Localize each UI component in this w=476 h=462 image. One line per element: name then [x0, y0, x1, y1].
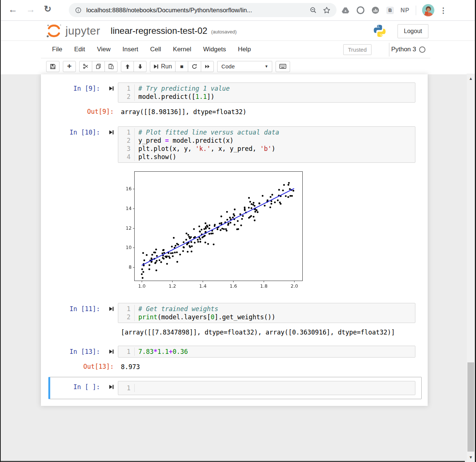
browser-window: ← → ↻ localhost:8888/notebooks/Documents…: [0, 0, 476, 462]
input-prompt: In [9]:: [73, 85, 100, 92]
scrollbar[interactable]: ▲ ▼: [467, 74, 475, 462]
output-text: array([[8.98136]], dtype=float32): [121, 108, 247, 116]
interrupt-kernel-button[interactable]: ■: [175, 61, 188, 72]
cell-type-select[interactable]: Code ▼: [217, 61, 272, 72]
reload-icon[interactable]: ↻: [44, 4, 51, 13]
run-cell-icon[interactable]: [109, 86, 114, 91]
notebook-title[interactable]: linear-regression-test-02: [111, 26, 208, 36]
code-editor[interactable]: 1# Try predicting 1 value2model.predict(…: [118, 83, 415, 103]
cell-input-area: 1# Try predicting 1 value2model.predict(…: [114, 83, 428, 103]
analytics-extension-icon[interactable]: [370, 6, 380, 14]
step-forward-icon: [154, 64, 158, 69]
cell-input-area: 17.83*1.1+0.36: [114, 346, 428, 358]
paste-icon: [108, 64, 114, 69]
arrow-up-icon: [125, 64, 130, 69]
cell-prompt-area: In [9]:: [41, 83, 114, 103]
cell-prompt-area: In [13]:: [41, 346, 114, 358]
code-cell[interactable]: In [9]:1# Try predicting 1 value2model.p…: [41, 83, 428, 103]
scrollbar-down-icon[interactable]: ▼: [467, 452, 475, 462]
kernel-name: Python 3: [391, 46, 416, 53]
matplotlib-figure: [123, 170, 309, 293]
output-text: [array([[7.8347898]], dtype=float32), ar…: [121, 328, 395, 336]
run-cell-icon[interactable]: [109, 306, 114, 311]
code-editor[interactable]: 1# Get trained weights2print(model.layer…: [118, 303, 415, 323]
url-text[interactable]: localhost:8888/notebooks/Documents/Pytho…: [86, 7, 304, 14]
run-cell-icon[interactable]: [109, 384, 114, 390]
drive-extension-icon[interactable]: [341, 7, 350, 14]
code-cell[interactable]: In [11]:1# Get trained weights2print(mod…: [41, 303, 428, 323]
line-number: 1: [118, 305, 135, 313]
fast-forward-icon: [205, 64, 210, 69]
code-line: 2y_pred = model.predict(x): [118, 136, 415, 145]
menu-file[interactable]: File: [46, 46, 68, 53]
move-cell-up-button[interactable]: [121, 61, 134, 72]
logout-button[interactable]: Logout: [398, 24, 428, 38]
move-cell-down-button[interactable]: [134, 61, 147, 72]
menu-help[interactable]: Help: [232, 46, 257, 53]
restart-kernel-button[interactable]: [188, 61, 201, 72]
scrollbar-thumb[interactable]: [467, 362, 474, 452]
cell-prompt-area: In [11]:: [41, 303, 114, 323]
window-border-left: [0, 0, 1, 462]
cut-cell-button[interactable]: [79, 61, 92, 72]
run-button[interactable]: Run: [150, 61, 176, 72]
scrollbar-up-icon[interactable]: ▲: [467, 74, 475, 83]
output-prompt: Out[9]:: [87, 108, 114, 115]
input-prompt: In [10]:: [70, 129, 100, 136]
restart-run-all-button[interactable]: [201, 61, 214, 72]
input-prompt: In [11]:: [70, 305, 100, 313]
output-row: [41, 163, 428, 293]
menu-insert[interactable]: Insert: [116, 46, 144, 53]
np-extension-icon[interactable]: NP: [400, 7, 410, 14]
line-number: 1: [118, 348, 135, 356]
command-palette-button[interactable]: [276, 61, 290, 72]
menu-widgets[interactable]: Widgets: [197, 46, 232, 53]
menu-cell[interactable]: Cell: [144, 46, 167, 53]
run-cell-icon[interactable]: [109, 130, 114, 135]
code-line: 4plt.show(): [118, 153, 415, 161]
chrome-menu-icon[interactable]: ⋮: [440, 6, 447, 15]
run-cell-icon[interactable]: [109, 349, 114, 354]
code-editor[interactable]: 1: [118, 381, 415, 395]
code-editor[interactable]: 17.83*1.1+0.36: [118, 346, 415, 358]
code-text: plt.show(): [135, 153, 176, 161]
b-extension-icon[interactable]: B: [385, 7, 395, 14]
add-cell-button[interactable]: +: [63, 61, 76, 72]
zoom-out-icon[interactable]: [310, 7, 317, 14]
code-cell[interactable]: In [10]:1# Plot fitted line versus actua…: [41, 126, 428, 163]
paste-cell-button[interactable]: [104, 61, 118, 72]
menu-kernel[interactable]: Kernel: [167, 46, 197, 53]
menu-view[interactable]: View: [91, 46, 117, 53]
trusted-badge[interactable]: Trusted: [343, 44, 372, 55]
code-line: 1# Plot fitted line versus actual data: [118, 128, 415, 136]
code-editor[interactable]: 1# Plot fitted line versus actual data2y…: [118, 126, 415, 163]
extensions-row: B NP ⋮: [341, 0, 447, 20]
output-row: [array([[7.8347898]], dtype=float32), ar…: [41, 328, 428, 336]
jupyter-logo-icon: [45, 22, 62, 39]
save-icon: [50, 64, 56, 70]
cell-prompt-area: In [10]:: [41, 126, 114, 163]
notebook-scroll-area: In [9]:1# Try predicting 1 value2model.p…: [0, 74, 476, 462]
copy-cell-button[interactable]: [92, 61, 105, 72]
code-line: 17.83*1.1+0.36: [118, 348, 415, 356]
menu-bar: File Edit View Insert Cell Kernel Widget…: [0, 41, 476, 58]
code-text: plt.plot(x, y, 'k.', x, y_pred, 'b'): [135, 145, 276, 153]
address-bar[interactable]: localhost:8888/notebooks/Documents/Pytho…: [69, 3, 337, 17]
opera-extension-icon[interactable]: [356, 6, 365, 14]
forward-icon[interactable]: →: [26, 5, 35, 14]
bookmark-star-icon[interactable]: [323, 6, 331, 14]
selected-code-cell[interactable]: In [ ]:1: [48, 377, 422, 399]
page-info-icon[interactable]: [75, 7, 82, 14]
menu-separator: [389, 43, 389, 56]
save-button[interactable]: [46, 61, 60, 72]
back-icon[interactable]: ←: [8, 5, 17, 14]
code-text: model.predict([1.1]): [135, 93, 215, 101]
profile-avatar[interactable]: [422, 4, 434, 16]
code-line: 1# Get trained weights: [118, 305, 415, 313]
browser-chrome: ← → ↻ localhost:8888/notebooks/Documents…: [0, 0, 476, 21]
line-number: 1: [118, 128, 135, 136]
menu-edit[interactable]: Edit: [68, 46, 91, 53]
restart-icon: [192, 64, 197, 70]
code-cell[interactable]: In [13]:17.83*1.1+0.36: [41, 346, 428, 358]
line-number: 2: [118, 313, 135, 321]
